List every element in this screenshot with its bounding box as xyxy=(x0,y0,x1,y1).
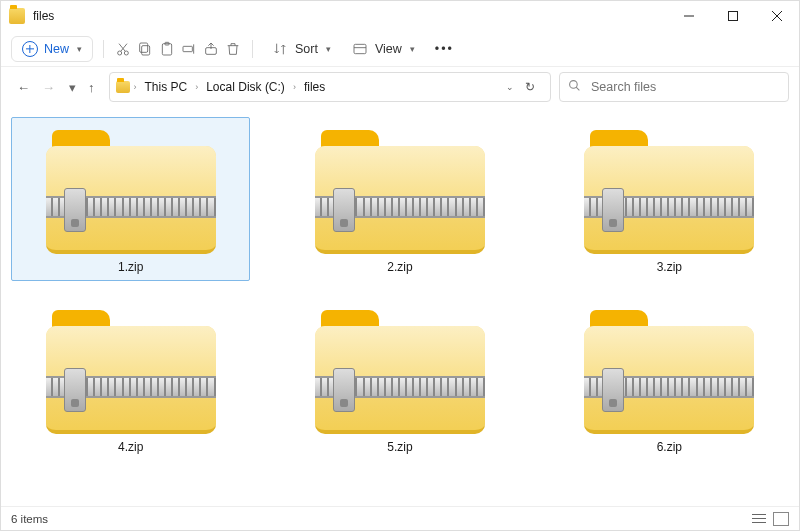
chevron-down-icon[interactable]: ⌄ xyxy=(506,82,514,92)
file-label: 6.zip xyxy=(657,440,682,454)
file-item[interactable]: 2.zip xyxy=(280,117,519,281)
svg-point-5 xyxy=(124,51,128,55)
content-area[interactable]: 1.zip 2.zip 3.zip 4.zip xyxy=(1,107,799,506)
svg-point-4 xyxy=(118,51,122,55)
file-item[interactable]: 1.zip xyxy=(11,117,250,281)
folder-icon xyxy=(9,8,25,24)
file-label: 1.zip xyxy=(118,260,143,274)
file-item[interactable]: 5.zip xyxy=(280,297,519,461)
sort-button[interactable]: Sort ▾ xyxy=(263,36,339,62)
paste-button[interactable] xyxy=(158,40,176,58)
zip-folder-icon xyxy=(584,304,754,434)
zip-folder-icon xyxy=(315,304,485,434)
zip-folder-icon xyxy=(46,304,216,434)
svg-rect-1 xyxy=(729,12,738,21)
folder-icon xyxy=(116,81,130,93)
sort-icon xyxy=(271,40,289,58)
zip-folder-icon xyxy=(584,124,754,254)
maximize-button[interactable] xyxy=(711,1,755,31)
svg-point-17 xyxy=(570,81,578,89)
chevron-right-icon: › xyxy=(291,82,298,92)
svg-rect-12 xyxy=(183,46,192,51)
rename-button[interactable] xyxy=(180,40,198,58)
file-item[interactable]: 6.zip xyxy=(550,297,789,461)
refresh-button[interactable]: ↻ xyxy=(516,80,544,94)
file-grid: 1.zip 2.zip 3.zip 4.zip xyxy=(11,117,789,461)
up-button[interactable]: ↑ xyxy=(88,80,95,95)
file-label: 2.zip xyxy=(387,260,412,274)
search-icon xyxy=(568,79,581,95)
breadcrumb-seg[interactable]: Local Disk (C:) xyxy=(202,78,289,96)
view-toggle xyxy=(751,512,789,526)
zip-folder-icon xyxy=(315,124,485,254)
window-title: files xyxy=(33,9,54,23)
share-button[interactable] xyxy=(202,40,220,58)
svg-rect-8 xyxy=(142,45,150,54)
chevron-down-icon: ▾ xyxy=(326,44,331,54)
divider xyxy=(252,40,253,58)
view-label: View xyxy=(375,42,402,56)
file-label: 5.zip xyxy=(387,440,412,454)
svg-line-18 xyxy=(576,87,579,90)
file-label: 3.zip xyxy=(657,260,682,274)
svg-rect-15 xyxy=(354,44,366,53)
copy-button[interactable] xyxy=(136,40,154,58)
plus-icon xyxy=(22,41,38,57)
chevron-right-icon: › xyxy=(193,82,200,92)
new-button[interactable]: New ▾ xyxy=(11,36,93,62)
back-button[interactable]: ← xyxy=(17,80,30,95)
address-bar[interactable]: › This PC › Local Disk (C:) › files ⌄ ↻ xyxy=(109,72,552,102)
chevron-down-icon: ▾ xyxy=(77,44,82,54)
toolbar: New ▾ Sort ▾ View ▾ ••• xyxy=(1,31,799,67)
item-count: 6 items xyxy=(11,513,48,525)
file-item[interactable]: 4.zip xyxy=(11,297,250,461)
thumbnails-view-button[interactable] xyxy=(773,512,789,526)
search-input[interactable] xyxy=(589,79,780,95)
minimize-button[interactable] xyxy=(667,1,711,31)
chevron-down-icon: ▾ xyxy=(410,44,415,54)
close-button[interactable] xyxy=(755,1,799,31)
breadcrumb-seg[interactable]: files xyxy=(300,78,329,96)
divider xyxy=(103,40,104,58)
search-box[interactable] xyxy=(559,72,789,102)
zip-folder-icon xyxy=(46,124,216,254)
view-icon xyxy=(351,40,369,58)
forward-button[interactable]: → xyxy=(42,80,55,95)
recent-button[interactable]: ▾ xyxy=(69,80,76,95)
more-button[interactable]: ••• xyxy=(427,38,462,60)
new-label: New xyxy=(44,42,69,56)
file-label: 4.zip xyxy=(118,440,143,454)
sort-label: Sort xyxy=(295,42,318,56)
file-item[interactable]: 3.zip xyxy=(550,117,789,281)
statusbar: 6 items xyxy=(1,506,799,530)
navbar: ← → ▾ ↑ › This PC › Local Disk (C:) › fi… xyxy=(1,67,799,107)
nav-arrows: ← → ▾ ↑ xyxy=(11,80,101,95)
titlebar: files xyxy=(1,1,799,31)
view-button[interactable]: View ▾ xyxy=(343,36,423,62)
cut-button[interactable] xyxy=(114,40,132,58)
chevron-right-icon: › xyxy=(132,82,139,92)
svg-rect-9 xyxy=(140,43,148,52)
delete-button[interactable] xyxy=(224,40,242,58)
breadcrumb-seg[interactable]: This PC xyxy=(141,78,192,96)
details-view-button[interactable] xyxy=(751,512,767,526)
